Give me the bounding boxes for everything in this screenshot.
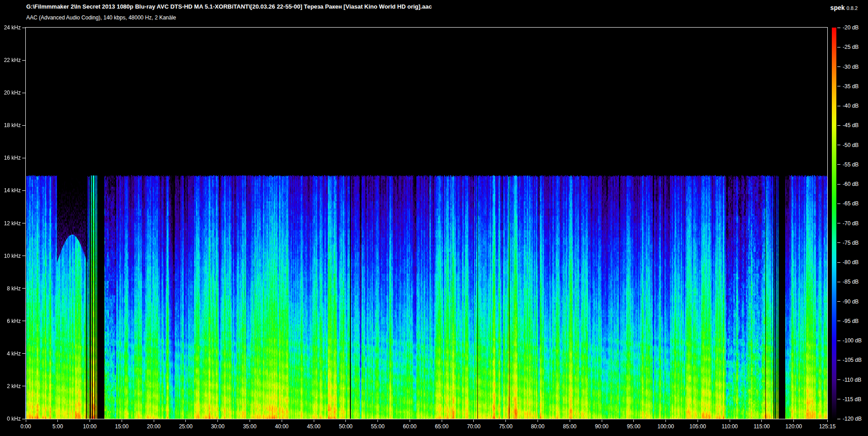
legend-tick-label: -20 dB [843,24,859,31]
time-tick-mark [698,420,698,422]
freq-tick-label: 16 kHz [0,155,21,161]
time-tick-mark [730,420,730,422]
freq-tick-label: 18 kHz [0,122,21,128]
freq-tick-mark [22,223,25,223]
freq-tick-mark [22,386,25,386]
time-tick-label: 75:00 [491,423,520,430]
freq-tick-mark [22,190,25,191]
time-tick-label: 90:00 [587,423,616,430]
freq-tick-label: 4 kHz [0,351,21,357]
freq-tick-label: 14 kHz [0,187,21,194]
time-tick-label: 55:00 [363,423,392,430]
freq-tick-label: 8 kHz [0,285,21,292]
spectrogram-frame [25,27,828,419]
time-tick-mark [505,420,506,422]
legend-tick-mark [837,145,840,145]
freq-tick-mark [22,353,25,354]
time-tick-label: 110:00 [715,423,744,430]
time-tick-mark [793,420,794,422]
legend-tick-mark [837,360,840,360]
legend-tick-label: -30 dB [843,64,859,70]
legend-tick-mark [837,47,840,47]
freq-tick-mark [22,288,25,289]
time-tick-mark [570,420,570,422]
time-tick-label: 5:00 [43,423,72,430]
freq-tick-label: 24 kHz [0,24,21,31]
time-tick-label: 80:00 [523,423,552,430]
legend-tick-mark [837,419,840,419]
legend-tick-mark [837,341,840,341]
legend-tick-label: -80 dB [843,259,859,265]
legend-tick-mark [837,204,840,204]
legend-tick-mark [837,184,840,185]
legend-tick-mark [837,28,840,28]
time-tick-label: 115:00 [747,423,776,430]
freq-tick-label: 10 kHz [0,253,21,259]
app-version: 0.8.2 [847,5,858,11]
app-name: spek [830,4,845,11]
time-tick-label: 10:00 [75,423,104,430]
freq-tick-mark [22,125,25,126]
legend-tick-label: -25 dB [843,44,859,50]
freq-tick-label: 20 kHz [0,90,21,96]
freq-tick-mark [22,256,25,256]
time-tick-label: 100:00 [651,423,680,430]
time-tick-label: 65:00 [427,423,456,430]
time-tick-mark [26,420,26,422]
time-tick-label: 20:00 [139,423,168,430]
time-tick-label: 25:00 [171,423,200,430]
spectrogram-canvas [26,28,827,419]
legend-tick-mark [837,86,840,86]
legend-tick-label: -110 dB [843,377,861,383]
time-tick-mark [473,420,474,422]
legend-tick-label: -95 dB [843,318,859,324]
legend-tick-label: -50 dB [843,142,859,148]
time-tick-label: 85:00 [555,423,584,430]
time-tick-mark [90,420,90,422]
freq-tick-label: 12 kHz [0,220,21,227]
freq-tick-label: 0 kHz [0,416,21,422]
time-tick-mark [827,420,828,422]
time-tick-label: 30:00 [203,423,232,430]
time-tick-label: 0:00 [11,423,40,430]
legend-tick-mark [837,125,840,126]
time-tick-mark [761,420,762,422]
legend-tick-label: -90 dB [843,299,859,305]
legend-tick-mark [837,106,840,106]
legend-tick-mark [837,66,840,67]
time-tick-mark [633,420,634,422]
freq-tick-label: 2 kHz [0,383,21,389]
time-tick-label: 120:00 [779,423,808,430]
legend-tick-mark [837,282,840,282]
time-tick-mark [442,420,442,422]
file-path-title: G:\Filmmmaker 2\In Secret 2013 1080p Blu… [26,3,432,10]
time-tick-mark [217,420,218,422]
time-tick-label: 40:00 [267,423,296,430]
freq-tick-mark [22,321,25,321]
legend-colorbar [832,28,836,419]
time-tick-mark [282,420,282,422]
legend-tick-label: -35 dB [843,83,859,90]
legend-tick-label: -70 dB [843,220,859,227]
legend-tick-mark [837,301,840,302]
time-tick-mark [665,420,666,422]
time-tick-mark [345,420,346,422]
freq-tick-label: 6 kHz [0,318,21,324]
time-tick-mark [154,420,154,422]
legend-tick-label: -75 dB [843,240,859,246]
legend-tick-mark [837,164,840,165]
legend-tick-mark [837,262,840,263]
time-tick-mark [185,420,186,422]
legend-tick-mark [837,321,840,321]
legend-tick-label: -100 dB [843,337,862,344]
legend-tick-label: -105 dB [843,357,862,363]
freq-tick-mark [22,158,25,158]
time-tick-mark [602,420,602,422]
time-tick-mark [377,420,378,422]
freq-tick-mark [22,28,25,28]
legend-tick-label: -120 dB [843,416,862,422]
time-tick-mark [57,420,58,422]
time-tick-label: 50:00 [331,423,360,430]
app-brand: spek0.8.2 [830,4,858,12]
legend-tick-mark [837,223,840,223]
